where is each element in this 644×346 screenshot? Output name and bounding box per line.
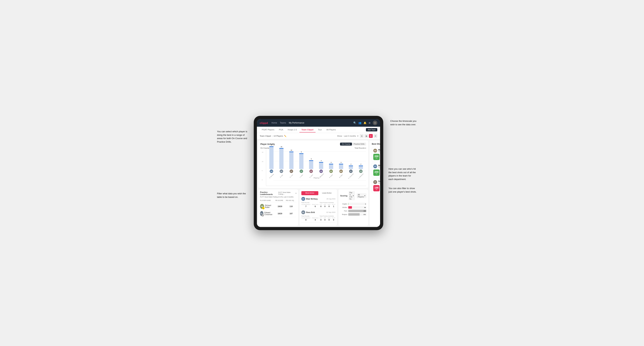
most-active-tab[interactable]: Most Active [301, 191, 318, 195]
y-tick-0: 0 [262, 179, 263, 181]
practice-chevron-icon: ▾ [296, 192, 296, 194]
nav-teams[interactable]: Teams [280, 121, 286, 125]
chart-sub-header: On Course Total Rounds ▾ [260, 147, 366, 149]
avatar-dford-shot: DF [373, 180, 377, 184]
total-practice-britt: Total Practice Activities GTT 0 APP [320, 215, 335, 221]
practice-row-butler[interactable]: RB 1 Richard Butler 19/20 110 [260, 203, 296, 210]
practice-dropdown[interactable]: PUTT Must Make Putting ... ▾ [278, 191, 296, 195]
total-rounds-britt: Total Rounds Tournament 8 Practice [301, 215, 319, 221]
on-course-toggle[interactable]: On Course [340, 143, 352, 146]
x-axis-label: Players [267, 177, 366, 179]
stat-val-tournament: 7 [306, 205, 306, 207]
heart-icon[interactable]: ♥ [369, 134, 373, 138]
bar-group-mcharg: 13 BM B. McHarg [267, 146, 276, 177]
bar-highlight-crossman [349, 166, 353, 166]
shot-item-dford[interactable]: DF David Ford 24 Aug 2023 · Royal North … [372, 178, 380, 193]
butler-pb-avg: 110 [286, 205, 296, 207]
bar-value-britt: 12 [281, 146, 282, 148]
avatar-robertson: LR [359, 170, 362, 173]
practice-row-crossman[interactable]: EC 2 Edward Crossman 18/20 107 [260, 210, 296, 217]
player-activity-title: Player Activity [260, 143, 275, 145]
people-icon[interactable]: 👥 [358, 121, 362, 124]
show-label: Show: [337, 135, 342, 137]
scoring-row-birdies: Birdies 96 [340, 206, 366, 209]
stat-label-practice-britt: Practice [312, 217, 318, 219]
player-avatar-butler: RB 1 [260, 204, 264, 209]
tab-team-clippd[interactable]: Team Clippd [300, 127, 316, 133]
par-filter-dropdown[interactable]: Par 3, 4 & 5s ▾ [348, 191, 355, 200]
bar-value-miller: 3 [340, 162, 341, 163]
practice-drills-toggle[interactable]: Practice Drills [352, 143, 366, 146]
stat-label-practice: Practice [312, 204, 318, 205]
tab-pgat[interactable]: PGAT Players [260, 127, 276, 133]
scoring-card: Scoring Par 3, 4 & 5s ▾ All Players ▾ [338, 189, 368, 226]
stat-val-arg-britt: 0 [328, 219, 330, 221]
chevron-down-icon[interactable]: ▾ [357, 135, 358, 137]
mcharg-detail: 23 Jul 2023 · Ashridge GC · Hole 15 [378, 167, 380, 168]
add-team-button[interactable]: Add Team [366, 128, 377, 131]
stat-val-arg: 0 [328, 205, 330, 207]
y-tick-5: 5 [262, 170, 263, 172]
stat-val-practice: 6 [315, 205, 316, 207]
miller-info: Matt Miller 09 Jun 2023 · Royal North De… [378, 149, 380, 153]
practice-title: Practice Leaderboards [260, 191, 278, 195]
scoring-title: Scoring [340, 195, 348, 197]
pars-bar: 499 [348, 210, 366, 212]
most-active-card: Most Active Least Active BM Blair McHarg… [300, 189, 337, 226]
shot-player-info-miller: MM Matt Miller 09 Jun 2023 · Royal North… [373, 149, 380, 153]
bar-chart: 13 BM B. McHarg [266, 150, 366, 186]
edit-icon[interactable]: ✏️ [284, 135, 286, 137]
tab-hcaps[interactable]: Hcaps 1-5 [286, 127, 299, 133]
shot-item-mcharg[interactable]: BM Blair McHarg 23 Jul 2023 · Ashridge G… [372, 163, 380, 177]
bar-coles [299, 153, 304, 169]
tablet-screen: clippd Home Teams My Performance 🔍 👥 🔔 ⊕… [257, 119, 380, 227]
bar-group-ford: 10 DF D. Ford [287, 152, 296, 177]
grid4-icon[interactable]: ⊞ [360, 134, 364, 138]
bar-value-mcharg: 13 [271, 144, 272, 146]
stat-tournament: Tournament 7 [301, 204, 310, 207]
time-period[interactable]: Last 3 months [344, 135, 356, 137]
par-filter-chevron: ▾ [353, 195, 354, 197]
chart-dropdown[interactable]: Total Rounds ▾ [354, 147, 366, 149]
active-player-britt: RB Rees Britt 02 Sep 2023 Total Rounds [301, 210, 336, 222]
tab-bar: PGAT Players PGA Hcaps 1-5 Team Clippd T… [257, 127, 380, 133]
pars-value: 499 [364, 210, 366, 212]
bar-chart-wrapper: 0 5 10 15 [260, 150, 366, 186]
grid2-icon[interactable]: ▦ [364, 134, 368, 138]
search-icon[interactable]: 🔍 [353, 121, 356, 124]
stat-label-arg-britt: ARG [328, 217, 330, 219]
bar-butler [329, 164, 333, 169]
bogeys-value: 311 [364, 214, 366, 215]
bar-value-crossman: 2 [350, 163, 351, 165]
add-icon[interactable]: ⊕ [368, 121, 371, 124]
avatar-britt: BB [280, 170, 283, 173]
nav-my-performance[interactable]: My Performance [289, 121, 304, 125]
bar-value-billingham: 4 [321, 160, 322, 162]
stat-label-tournament-britt: Tournament [301, 217, 310, 219]
tab-pga[interactable]: PGA [277, 127, 285, 133]
bar-value-ford: 10 [290, 149, 292, 151]
shot-item-miller[interactable]: MM Matt Miller 09 Jun 2023 · Royal North… [372, 147, 380, 162]
bell-icon[interactable]: 🔔 [364, 121, 366, 124]
col-player-name: PLAYER NAME [260, 199, 276, 201]
bars-container: 13 BM B. McHarg [267, 152, 366, 177]
badge-sub-dford: SG [376, 189, 377, 190]
least-active-tab[interactable]: Least Active [318, 191, 335, 195]
annotation-player-select: You can select which player is doing the… [217, 130, 252, 144]
player-avatar-crossman: EC 2 [260, 211, 264, 216]
avatar-miller: MM [339, 170, 343, 173]
best-shots-header: Best Shots All Shots ▾ All Players ▾ [372, 143, 380, 145]
user-avatar[interactable]: U [373, 121, 377, 125]
avatar-ford: DF [290, 170, 293, 173]
list-icon[interactable]: ☰ [374, 134, 377, 138]
tab-all-players[interactable]: All Players [324, 127, 338, 133]
tab-tour[interactable]: Tour [316, 127, 324, 133]
stat-putt: PUTT 1 [332, 204, 336, 207]
stat-label-app: APP [324, 204, 326, 205]
nav-home[interactable]: Home [272, 121, 277, 125]
best-shots-title: Best Shots [372, 143, 380, 145]
scoring-player-filter[interactable]: All Players ▾ [357, 193, 366, 198]
nav-links: Home Teams My Performance [272, 121, 350, 125]
bar-group-coles: 9 JC J. Coles [296, 153, 306, 177]
active-date-britt: 02 Sep 2023 [326, 211, 335, 213]
